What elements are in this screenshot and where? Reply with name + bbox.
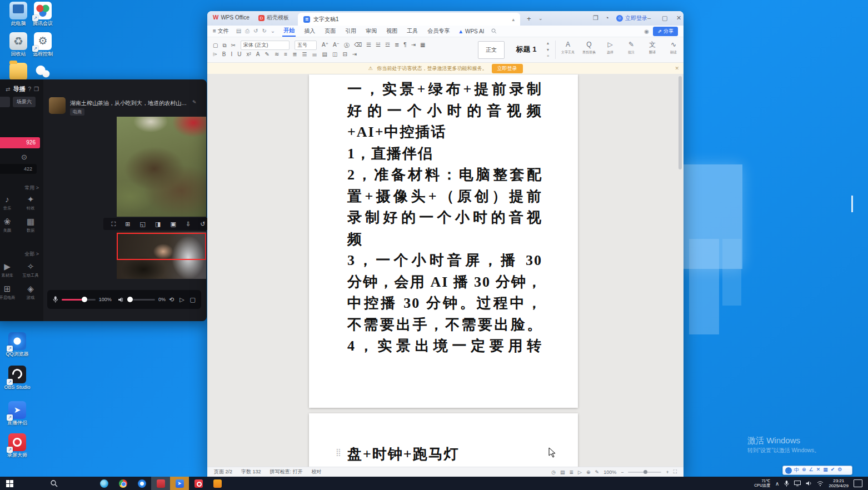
tab-home[interactable]: 开始 bbox=[282, 26, 296, 37]
desktop-icon-obs[interactable]: ↗ OBS Studio bbox=[0, 366, 34, 390]
file-menu[interactable]: ≡ 文件 bbox=[213, 27, 229, 35]
speaker-icon[interactable] bbox=[118, 297, 124, 303]
microphone-tray-icon[interactable] bbox=[784, 481, 789, 487]
status-proof[interactable]: 校对 bbox=[312, 468, 322, 476]
live-status-bar[interactable]: 926 bbox=[0, 137, 40, 148]
tab-reference[interactable]: 引用 bbox=[344, 26, 357, 36]
view-mode-icon[interactable]: ✎ bbox=[595, 469, 600, 475]
ime-toolbar[interactable]: 王 中⊕∠✕▦✔⚙ bbox=[782, 466, 852, 475]
preview-tool-icon[interactable]: ⛶ bbox=[112, 221, 116, 228]
layout-icon[interactable]: ❐ bbox=[593, 14, 598, 22]
ribbon-icon[interactable]: ⚌ bbox=[312, 51, 317, 58]
tab-view[interactable]: 视图 bbox=[385, 26, 398, 36]
preview-tool-icon[interactable]: ↺ bbox=[200, 221, 205, 228]
network-tray-icon[interactable] bbox=[817, 481, 824, 486]
ribbon-icon[interactable]: B bbox=[222, 51, 226, 58]
scene-tab-partial[interactable] bbox=[0, 97, 10, 107]
selection-red-border[interactable] bbox=[117, 233, 206, 260]
sidebar-tool[interactable]: ✦ 特效 bbox=[19, 194, 42, 211]
display-tray-icon[interactable] bbox=[794, 481, 801, 486]
expand-icon[interactable]: ❐ bbox=[34, 86, 39, 92]
zoom-in-button[interactable]: + bbox=[666, 469, 669, 475]
ribbon-icon[interactable]: ☰ bbox=[366, 42, 371, 49]
desktop-icon-qq-browser[interactable]: ↗ QQ浏览器 bbox=[0, 332, 34, 357]
zoom-slider-knob[interactable] bbox=[643, 470, 647, 474]
notice-close-icon[interactable]: ✕ bbox=[675, 66, 679, 71]
ribbon-icon[interactable]: ☰ bbox=[302, 51, 307, 58]
share-button[interactable]: ⇗ 分享 bbox=[653, 27, 678, 36]
view-mode-icon[interactable]: ⊕ bbox=[586, 469, 591, 475]
view-mode-icon[interactable]: ≣ bbox=[570, 469, 574, 475]
ribbon-tool-group[interactable]: ∿ 朗读 bbox=[665, 39, 682, 55]
login-entry[interactable]: ☺ 立即登录 bbox=[616, 14, 647, 22]
section-common-label[interactable]: 常用 > bbox=[24, 184, 39, 192]
ribbon-icon[interactable]: ▤ bbox=[322, 51, 327, 58]
minimize-button[interactable]: – bbox=[647, 14, 651, 21]
taskbar-chrome[interactable] bbox=[113, 477, 132, 490]
skin-icon[interactable]: ◔ bbox=[605, 14, 609, 21]
stream-control-icon[interactable]: ⟲ bbox=[169, 296, 174, 303]
desktop-icon-remote-tool[interactable]: ⚙↗ 远程控制 bbox=[26, 32, 60, 57]
scene-tab-six[interactable]: 场景六 bbox=[13, 97, 36, 107]
preview-tool-icon[interactable]: ◱ bbox=[140, 221, 146, 228]
view-mode-icon[interactable]: ▤ bbox=[560, 469, 565, 475]
sidebar-tool[interactable]: ▶ 素材库 bbox=[0, 262, 19, 278]
gear-icon[interactable]: ⊙ bbox=[21, 153, 27, 161]
sidebar-tool[interactable]: ✧ 互动工具 bbox=[19, 262, 42, 278]
ribbon-icon[interactable]: ✎ bbox=[265, 51, 270, 58]
section-all-label[interactable]: 全部 > bbox=[24, 251, 39, 258]
quick-access-icon[interactable]: ▤ bbox=[236, 28, 241, 34]
ribbon-icon[interactable]: ≣ bbox=[395, 42, 399, 49]
view-mode-icon[interactable]: ▷ bbox=[578, 469, 582, 475]
help-icon[interactable]: ? bbox=[28, 86, 31, 92]
desktop-icon-live-buddy[interactable]: ➤↗ 直播伴侣 bbox=[0, 401, 34, 426]
ribbon-tool-group[interactable]: ✎ 批注 bbox=[623, 39, 640, 55]
ribbon-icon[interactable]: U bbox=[237, 51, 241, 58]
taskbar-qq-browser[interactable] bbox=[132, 477, 151, 490]
ribbon-icon[interactable]: ⇥ bbox=[352, 51, 357, 58]
wps-ai-entry[interactable]: ▲ WPS AI bbox=[458, 28, 484, 34]
edit-title-icon[interactable]: ✎ bbox=[192, 99, 197, 105]
style-body[interactable]: 正文 bbox=[478, 41, 505, 59]
microphone-icon[interactable] bbox=[53, 296, 58, 303]
quick-access-icon[interactable]: ⌄ bbox=[271, 28, 275, 34]
fit-page-icon[interactable]: ⛶ bbox=[674, 469, 677, 475]
paragraph-drag-handle[interactable]: ⣿ bbox=[336, 448, 341, 456]
quick-access-icon[interactable]: ↺ bbox=[253, 28, 258, 34]
ribbon-icon[interactable]: ⌲ bbox=[213, 51, 217, 58]
mic-slider-knob[interactable] bbox=[82, 297, 87, 302]
search-icon[interactable] bbox=[491, 28, 497, 34]
taskbar-recorder[interactable] bbox=[189, 477, 208, 490]
mic-volume-slider[interactable] bbox=[62, 299, 96, 301]
ribbon-icon[interactable]: ¶ bbox=[403, 42, 406, 49]
status-words[interactable]: 字数 132 bbox=[241, 468, 261, 476]
taskbar-wps[interactable] bbox=[208, 477, 227, 490]
document-page-1[interactable]: 一，实景+绿布+提前录制 好的一个小时的音视频 +AI+中控插话 1，直播伴侣 … bbox=[309, 74, 578, 408]
ribbon-icon[interactable]: ⊟ bbox=[342, 51, 347, 58]
ribbon-icon[interactable]: ≋ bbox=[275, 51, 279, 58]
tab-member[interactable]: 会员专享 bbox=[426, 26, 451, 36]
action-center-icon[interactable] bbox=[854, 479, 862, 487]
tab-document[interactable]: ≣ 文字文稿1 ▴ bbox=[298, 13, 520, 26]
quick-access-icon[interactable]: ⎙ bbox=[245, 28, 250, 34]
taskbar-search-button[interactable] bbox=[44, 477, 63, 490]
ime-button-icon[interactable]: ✕ bbox=[816, 467, 821, 474]
ime-button-icon[interactable]: ∠ bbox=[809, 467, 814, 474]
document-scrollbar-thumb[interactable] bbox=[679, 76, 682, 169]
quick-access-icon[interactable]: ↻ bbox=[262, 28, 266, 34]
sidebar-tool[interactable]: ♪ 音乐 bbox=[0, 194, 19, 211]
style-gallery-spinner[interactable]: ▲▼≡ bbox=[545, 41, 551, 58]
tab-tools[interactable]: 工具 bbox=[406, 26, 419, 36]
stream-control-icon[interactable]: ▢ bbox=[190, 296, 196, 303]
view-mode-icon[interactable]: ◷ bbox=[551, 469, 556, 475]
clock[interactable]: 23:21 2025/4/29 bbox=[829, 478, 849, 488]
sidebar-tool[interactable]: ▦ 数据 bbox=[19, 217, 42, 233]
ribbon-icon[interactable]: ☲ bbox=[385, 42, 390, 49]
new-tab-button[interactable]: + bbox=[527, 14, 531, 23]
ribbon-icon[interactable]: I bbox=[231, 51, 232, 58]
style-heading-1[interactable]: 标题 1 bbox=[510, 41, 542, 58]
ribbon-icon[interactable]: ⧉ bbox=[222, 42, 226, 49]
ribbon-icon[interactable]: A bbox=[256, 51, 260, 58]
ime-button-icon[interactable]: ⊕ bbox=[802, 467, 806, 474]
ribbon-icon[interactable]: ⌫ bbox=[354, 42, 362, 49]
